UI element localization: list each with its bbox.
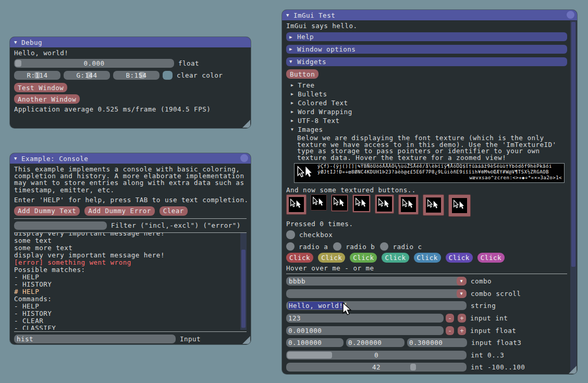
debug-buttons: Test Window Another Window bbox=[14, 83, 247, 104]
cursor-outline-icon bbox=[453, 200, 459, 209]
resize-grip[interactable] bbox=[569, 366, 577, 374]
resize-grip[interactable] bbox=[242, 120, 250, 128]
debug-window-toggle-button[interactable]: Another Window bbox=[14, 94, 80, 104]
console-action-button[interactable]: Clear bbox=[160, 206, 188, 216]
images-paragraph-line: texture data. Hover the texture for a zo… bbox=[297, 155, 566, 162]
intro-line: may want to store entries along with ext… bbox=[14, 179, 247, 186]
tree-node[interactable]: ▶ Word Wrapping bbox=[286, 107, 566, 116]
close-button[interactable] bbox=[567, 11, 574, 19]
resize-grip[interactable] bbox=[242, 336, 250, 344]
input-float3-field-0[interactable]: 0.100000 bbox=[286, 338, 344, 347]
radio-button[interactable] bbox=[333, 242, 341, 251]
widgets-demo-button[interactable]: Button bbox=[286, 69, 318, 79]
console-titlebar[interactable]: ▼ Example: Console bbox=[10, 153, 251, 164]
log-line: Commands: bbox=[14, 295, 247, 303]
image-button[interactable] bbox=[398, 194, 419, 215]
string-input[interactable]: Hello, world!| bbox=[286, 301, 467, 310]
tree-node[interactable]: ▶ Tree bbox=[286, 81, 566, 90]
greeting-text: ImGui says hello. bbox=[286, 22, 566, 29]
radio-label: radio c bbox=[393, 243, 422, 251]
radio-button[interactable] bbox=[286, 242, 295, 251]
log-line: # HELP bbox=[14, 288, 247, 295]
console-command-input[interactable]: hist bbox=[14, 335, 176, 343]
log-scrollbar[interactable] bbox=[240, 233, 247, 330]
cursor-outline-icon bbox=[290, 199, 296, 208]
image-button[interactable] bbox=[448, 194, 471, 217]
slider-int-0-3[interactable]: 0 bbox=[286, 351, 467, 360]
console-action-button[interactable]: Add Dummy Text bbox=[14, 206, 80, 216]
click-button[interactable]: Click bbox=[318, 253, 345, 263]
slider-int-0-3-label: int 0..3 bbox=[471, 351, 504, 359]
click-button[interactable]: Click bbox=[286, 253, 313, 263]
close-button[interactable] bbox=[240, 154, 248, 162]
debug-titlebar[interactable]: ▼ Debug bbox=[10, 37, 251, 47]
tree-node[interactable]: ▶ UTF-8 Text bbox=[286, 116, 566, 125]
log-scrollbar-thumb[interactable] bbox=[241, 250, 246, 328]
float3-value: 0.100000 bbox=[286, 338, 344, 347]
input-int-field[interactable]: 123 bbox=[286, 314, 444, 323]
collapse-arrow-icon[interactable]: ▼ bbox=[286, 13, 289, 18]
texture-glyph-row: ýÇf}-{ÿj()[]|%ÝBÑòÙõóÃÂÀÒ¼½ùúŽŠÅéê/å\èÞî… bbox=[295, 164, 564, 169]
cursor-outline-icon bbox=[378, 198, 384, 207]
console-log[interactable]: display very important message here! som… bbox=[14, 233, 247, 330]
window-scrollbar[interactable] bbox=[570, 21, 577, 374]
tree-nodes: ▶ Tree ▶ Bullets ▶ Colored Text ▶ Word W… bbox=[286, 81, 566, 134]
color-drag-field[interactable]: B:154 bbox=[113, 71, 160, 80]
collapsing-header[interactable]: ▶ Help bbox=[286, 32, 567, 41]
combo-field[interactable]: bbbb ▼ bbox=[286, 277, 467, 286]
collapsing-header[interactable]: ▼ Widgets bbox=[286, 57, 567, 66]
combo-scroll-field[interactable]: ▼ bbox=[286, 289, 467, 298]
cursor-outline-icon bbox=[333, 197, 339, 206]
image-button[interactable] bbox=[286, 194, 307, 215]
test-titlebar[interactable]: ▼ ImGui Test bbox=[282, 10, 577, 20]
tree-arrow-icon: ▶ bbox=[291, 118, 293, 123]
window-scrollbar-thumb[interactable] bbox=[571, 22, 575, 267]
collapsing-header[interactable]: ▶ Window options bbox=[286, 45, 567, 54]
click-button[interactable]: Click bbox=[414, 253, 441, 263]
clear-color-swatch[interactable] bbox=[163, 71, 173, 80]
mouse-cursor-icon bbox=[341, 302, 353, 317]
collapse-arrow-icon[interactable]: ▼ bbox=[14, 156, 17, 161]
cursor-outline-icon bbox=[355, 197, 361, 207]
plus-button[interactable]: + bbox=[458, 326, 466, 335]
click-button[interactable]: Click bbox=[477, 253, 505, 263]
tree-node-label: Bullets bbox=[298, 90, 327, 98]
font-texture-image[interactable]: ýÇf}-{ÿj()[]|%ÝBÑòÙõóÃÂÀÒ¼½ùúŽŠÅéê/å\èÞî… bbox=[294, 163, 565, 183]
minus-button[interactable]: - bbox=[446, 326, 454, 335]
tree-node[interactable]: ▼ Images bbox=[286, 125, 566, 134]
radio-button[interactable] bbox=[380, 242, 388, 251]
input-float3-field-1[interactable]: 0.200000 bbox=[346, 338, 405, 347]
image-button[interactable] bbox=[352, 194, 371, 213]
debug-window-toggle-button[interactable]: Test Window bbox=[14, 83, 67, 92]
drag-value: B:154 bbox=[113, 71, 160, 80]
input-float-field[interactable]: 0.001000 bbox=[286, 326, 444, 335]
image-button[interactable] bbox=[311, 194, 327, 211]
slider-int-neg100-100[interactable]: 42 bbox=[286, 363, 467, 372]
float-slider[interactable]: 0.000 bbox=[14, 59, 174, 68]
combo-scroll-dropdown-button[interactable]: ▼ bbox=[457, 289, 467, 298]
click-button[interactable]: Click bbox=[350, 253, 377, 263]
console-window: ▼ Example: Console This example implemen… bbox=[10, 153, 251, 344]
radio-label: radio a bbox=[299, 243, 328, 251]
click-button[interactable]: Click bbox=[382, 253, 409, 263]
combo-dropdown-button[interactable]: ▼ bbox=[457, 277, 467, 286]
click-button[interactable]: Click bbox=[446, 253, 473, 263]
tree-arrow-icon: ▶ bbox=[291, 101, 293, 105]
tree-node[interactable]: ▶ Colored Text bbox=[286, 98, 566, 107]
minus-button[interactable]: - bbox=[446, 314, 454, 323]
cursor-texture-thumb bbox=[426, 197, 441, 213]
input-int-value: 123 bbox=[286, 314, 444, 323]
plus-button[interactable]: + bbox=[458, 314, 466, 323]
color-drag-field[interactable]: R:114 bbox=[14, 71, 60, 80]
image-button[interactable] bbox=[331, 194, 348, 212]
image-button[interactable] bbox=[423, 194, 444, 216]
image-button[interactable] bbox=[375, 194, 394, 214]
texture-glyph-row: wævxsao^zcren:<>+◆÷*«×»3a2o>1< bbox=[295, 175, 564, 181]
collapse-arrow-icon[interactable]: ▼ bbox=[14, 40, 17, 45]
console-action-button[interactable]: Add Dummy Error bbox=[84, 206, 154, 216]
checkbox[interactable] bbox=[286, 230, 295, 239]
filter-input[interactable] bbox=[14, 221, 107, 230]
input-float3-field-2[interactable]: 0.300000 bbox=[407, 338, 467, 347]
color-drag-field[interactable]: G:144 bbox=[64, 71, 110, 80]
tree-node[interactable]: ▶ Bullets bbox=[286, 90, 566, 98]
